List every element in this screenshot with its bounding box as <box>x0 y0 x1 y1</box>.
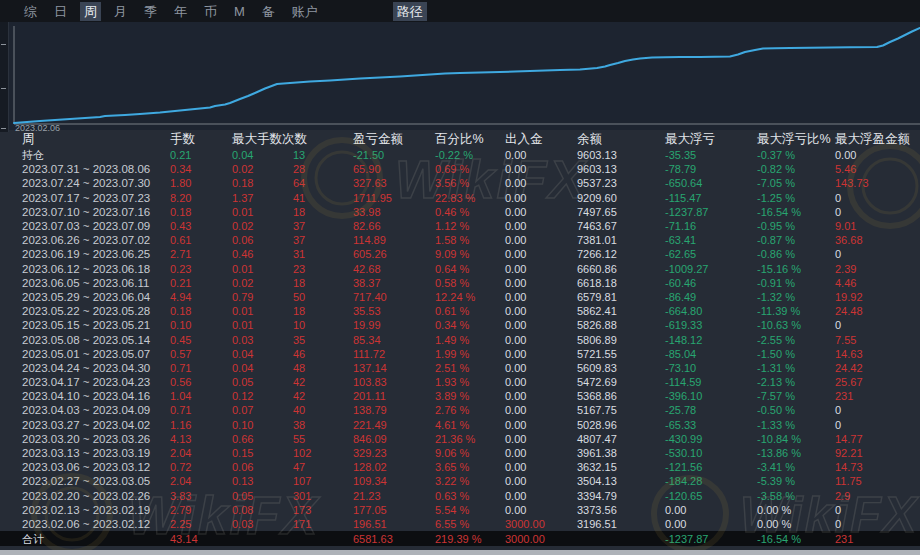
cell: 18 <box>293 304 353 318</box>
cell: -5.39 % <box>757 474 835 488</box>
cell: 138.79 <box>353 403 435 417</box>
cell: 0.56 <box>170 375 232 389</box>
cell: 3.89 % <box>435 389 505 403</box>
toolbar-tabs: 综日周月季年币M备账户路径 <box>20 2 427 21</box>
tab-bi[interactable]: 币 <box>200 2 221 21</box>
cell: 0.02 <box>232 276 293 290</box>
table-row[interactable]: 2023.05.08 ~ 2023.05.140.450.033585.341.… <box>0 332 920 346</box>
table-row[interactable]: 2023.04.24 ~ 2023.04.300.710.0448137.142… <box>0 361 920 375</box>
cell: 10 <box>293 318 353 332</box>
total-row[interactable]: 合计43.146581.63219.39 %3000.00-1237.87-16… <box>0 531 920 546</box>
table-row[interactable]: 2023.05.01 ~ 2023.05.070.570.0446111.721… <box>0 347 920 361</box>
cell: 0.79 <box>232 290 293 304</box>
tab-ri[interactable]: 日 <box>50 2 71 21</box>
tab-ji[interactable]: 季 <box>140 2 161 21</box>
cell: 0.61 % <box>435 304 505 318</box>
cell: 0.12 <box>232 389 293 403</box>
table-row[interactable]: 2023.04.03 ~ 2023.04.090.710.0740138.792… <box>0 403 920 417</box>
cell: 0.00 <box>505 389 577 403</box>
table-row[interactable]: 2023.05.22 ~ 2023.05.280.180.011835.530.… <box>0 304 920 318</box>
cell: 2023.06.05 ~ 2023.06.11 <box>22 276 170 290</box>
cell: 0.00 <box>505 290 577 304</box>
cell: 2.25 <box>170 517 232 531</box>
cell: 221.49 <box>353 418 435 432</box>
cell: 23 <box>293 262 353 276</box>
cell: 0.06 <box>232 460 293 474</box>
cell: 0.72 <box>170 460 232 474</box>
equity-line <box>14 28 920 123</box>
table-row[interactable]: 2023.06.05 ~ 2023.06.110.210.021838.370.… <box>0 276 920 290</box>
cell: -65.33 <box>665 418 757 432</box>
table-row[interactable]: 2023.07.03 ~ 2023.07.090.430.023782.661.… <box>0 219 920 233</box>
column-header: 最大浮盈金额 <box>835 131 920 148</box>
cell: 9537.23 <box>577 176 665 190</box>
table-row[interactable]: 2023.07.24 ~ 2023.07.301.800.1864327.633… <box>0 176 920 190</box>
cell: 55 <box>293 432 353 446</box>
table-row[interactable]: 2023.03.27 ~ 2023.04.021.160.1038221.494… <box>0 418 920 432</box>
table-row[interactable]: 2023.02.27 ~ 2023.03.052.040.13107109.34… <box>0 474 920 488</box>
cell: 2023.04.03 ~ 2023.04.09 <box>22 403 170 417</box>
cell: 1.16 <box>170 418 232 432</box>
tab-zong[interactable]: 综 <box>20 2 41 21</box>
cell: 0.00 <box>505 205 577 219</box>
table-row[interactable]: 2023.02.20 ~ 2023.02.263.830.0530121.230… <box>0 489 920 503</box>
table-row[interactable]: 2023.04.17 ~ 2023.04.230.560.0542103.831… <box>0 375 920 389</box>
cell: 38 <box>293 418 353 432</box>
table-row[interactable]: 2023.03.20 ~ 2023.03.264.130.6655846.092… <box>0 432 920 446</box>
table-row[interactable]: 2023.02.13 ~ 2023.02.192.790.08173177.05… <box>0 503 920 517</box>
cell: 0.04 <box>232 361 293 375</box>
cell: 2023.07.31 ~ 2023.08.06 <box>22 162 170 176</box>
cell: -0.50 % <box>757 403 835 417</box>
tab-lujing[interactable]: 路径 <box>393 2 427 21</box>
cell: 0.07 <box>232 403 293 417</box>
cell: -2.13 % <box>757 375 835 389</box>
cell: -1009.27 <box>665 262 757 276</box>
table-row[interactable]: 2023.06.19 ~ 2023.06.252.710.4631605.269… <box>0 247 920 261</box>
cell: 2023.03.13 ~ 2023.03.19 <box>22 446 170 460</box>
cell: 0.00 <box>505 403 577 417</box>
table-row[interactable]: 2023.07.31 ~ 2023.08.060.340.022865.900.… <box>0 162 920 176</box>
cell: 2023.07.10 ~ 2023.07.16 <box>22 205 170 219</box>
table-row[interactable]: 2023.06.12 ~ 2023.06.180.230.012342.680.… <box>0 262 920 276</box>
cell: 11.75 <box>835 474 920 488</box>
tab-zhanghu[interactable]: 账户 <box>288 2 322 21</box>
cell: 103.83 <box>353 375 435 389</box>
table-row[interactable]: 持仓0.210.0413-21.50-0.22 %0.009603.13-35.… <box>0 148 920 162</box>
cell: -0.82 % <box>757 162 835 176</box>
cell: 3000.00 <box>505 517 577 531</box>
table-row[interactable]: 2023.05.15 ~ 2023.05.210.100.011019.990.… <box>0 318 920 332</box>
tab-m[interactable]: M <box>230 2 249 21</box>
cell: 18 <box>293 276 353 290</box>
cell: 1.93 % <box>435 375 505 389</box>
tab-zhou[interactable]: 周 <box>80 2 101 21</box>
tab-bei[interactable]: 备 <box>258 2 279 21</box>
table-row[interactable]: 2023.04.10 ~ 2023.04.161.040.1242201.113… <box>0 389 920 403</box>
table-row[interactable]: 2023.05.29 ~ 2023.06.044.940.7950717.401… <box>0 290 920 304</box>
cell: -63.41 <box>665 233 757 247</box>
table-row[interactable]: 2023.06.26 ~ 2023.07.020.610.0637114.891… <box>0 233 920 247</box>
cell: 5167.75 <box>577 403 665 417</box>
cell: 2023.07.17 ~ 2023.07.23 <box>22 191 170 205</box>
cell: -0.95 % <box>757 219 835 233</box>
cell: 48 <box>293 361 353 375</box>
cell: 92.21 <box>835 446 920 460</box>
cell: 2023.06.12 ~ 2023.06.18 <box>22 262 170 276</box>
table-row[interactable]: 2023.07.17 ~ 2023.07.238.201.37411711.95… <box>0 191 920 205</box>
tab-yue[interactable]: 月 <box>110 2 131 21</box>
cell: 42 <box>293 389 353 403</box>
table-row[interactable]: 2023.02.06 ~ 2023.02.122.250.03171196.51… <box>0 517 920 531</box>
horizontal-scrollbar[interactable] <box>0 550 920 555</box>
cell: 4807.47 <box>577 432 665 446</box>
table-row[interactable]: 2023.07.10 ~ 2023.07.160.180.011833.980.… <box>0 205 920 219</box>
table-row[interactable]: 2023.03.06 ~ 2023.03.120.720.0647128.023… <box>0 460 920 474</box>
cell: 0.03 <box>232 517 293 531</box>
cell: -60.46 <box>665 276 757 290</box>
tab-nian[interactable]: 年 <box>170 2 191 21</box>
cell: 0.01 <box>232 318 293 332</box>
table-row[interactable]: 2023.03.13 ~ 2023.03.192.040.15102329.23… <box>0 446 920 460</box>
cell: 0.05 <box>232 489 293 503</box>
cell: 3.83 <box>170 489 232 503</box>
cell: 0.18 <box>232 176 293 190</box>
cell: 0.00 <box>505 262 577 276</box>
cell: 0 <box>835 418 920 432</box>
